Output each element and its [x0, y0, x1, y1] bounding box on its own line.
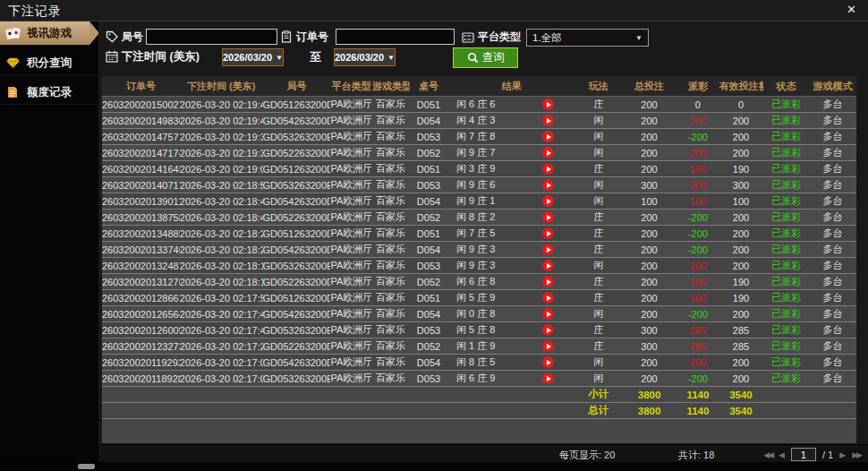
bottom-strip — [0, 462, 868, 471]
next-page-button[interactable]: ▶ — [839, 450, 846, 459]
last-page-button[interactable]: ▶▶ — [852, 450, 861, 459]
page-input[interactable] — [791, 448, 816, 461]
sidebar-item-points-query[interactable]: 积分查询 — [0, 51, 98, 75]
cell-payout: -200 — [677, 226, 719, 242]
column-header: 平台类型 — [330, 76, 371, 97]
column-header: 下注时间 (美东) — [180, 76, 263, 97]
replay-video-icon[interactable] — [542, 308, 554, 320]
cell-status: 已派彩 — [763, 355, 809, 371]
table-row: 2603200201387582026-03-20 02:18:46GD0522… — [102, 210, 856, 226]
cell-status: 已派彩 — [763, 322, 809, 338]
cell-play: 闲 — [575, 355, 621, 371]
cell-round: GD052263200DS — [263, 145, 331, 161]
cell-time: 2026-03-20 02:17:29 — [180, 338, 263, 355]
chevron-down-icon: ▼ — [276, 54, 283, 62]
chevron-down-icon: ▼ — [635, 34, 642, 42]
close-button[interactable]: ✕ — [847, 4, 856, 16]
cell-round: GD053263200EG — [263, 258, 331, 274]
cell-game: 百家乐 — [371, 177, 410, 193]
replay-video-icon[interactable] — [542, 179, 554, 191]
first-page-button[interactable]: ◀◀ — [763, 450, 772, 459]
cell-valid: 300 — [719, 177, 764, 193]
cell-game: 百家乐 — [371, 274, 410, 290]
result-text: 闲 9 庄 1 — [456, 194, 495, 208]
date-from-picker[interactable]: 2026/03/20▼ — [222, 48, 284, 66]
table-row: 2603200201260052026-03-20 02:17:42GD0532… — [102, 322, 856, 338]
replay-video-icon[interactable] — [542, 98, 554, 110]
replay-video-icon[interactable] — [542, 356, 554, 368]
cell-play: 闲 — [575, 193, 621, 210]
cell-bet: 200 — [621, 161, 677, 177]
cell-bet: 200 — [621, 371, 677, 387]
replay-video-icon[interactable] — [542, 147, 554, 158]
cell-bet: 200 — [621, 97, 677, 113]
cell-bet: 200 — [621, 306, 677, 322]
replay-video-icon[interactable] — [542, 163, 554, 175]
cell-round: GD051263200D3 — [263, 290, 331, 306]
cell-order: 260320020141645 — [102, 161, 180, 177]
cell-game: 百家乐 — [371, 371, 410, 387]
order-number-label: 订单号 — [296, 29, 328, 46]
cell-platform: PA欧洲厅 — [330, 161, 371, 177]
replay-video-icon[interactable] — [542, 211, 554, 223]
sidebar-item-label: 积分查询 — [27, 56, 72, 71]
table-row: 2603200201189282026-03-20 02:17:05GD0532… — [102, 371, 856, 387]
cell-table: D053 — [410, 177, 447, 193]
cell-round: GD053263200EE — [263, 371, 331, 387]
cell-game: 百家乐 — [371, 338, 410, 355]
cell-result: 闲 8 庄 2 — [447, 210, 575, 226]
replay-video-icon[interactable] — [542, 131, 554, 142]
replay-video-icon[interactable] — [542, 115, 554, 126]
cell-round: GD053263200EF — [263, 322, 331, 338]
table-row: 2603200201390112026-03-20 02:18:47GD0542… — [102, 193, 856, 210]
sidebar: 视讯游戏 积分查询 额度记录 — [0, 21, 98, 462]
replay-video-icon[interactable] — [542, 292, 554, 304]
replay-video-icon[interactable] — [542, 276, 554, 287]
replay-video-icon[interactable] — [542, 340, 554, 352]
order-number-input[interactable] — [336, 29, 455, 45]
cell-platform: PA欧洲厅 — [330, 226, 371, 242]
column-header: 订单号 — [102, 76, 180, 97]
cell-order: 260320020131276 — [102, 274, 180, 290]
cell-valid: 200 — [719, 355, 764, 371]
table-row: 2603200201475712026-03-20 02:19:34GD0532… — [102, 129, 856, 145]
replay-video-icon[interactable] — [542, 324, 554, 336]
replay-video-icon[interactable] — [542, 244, 554, 255]
cell-payout: 285 — [677, 322, 719, 338]
cell-bet: 200 — [621, 242, 677, 258]
cell-time: 2026-03-20 02:19:32 — [180, 145, 263, 161]
cell-time: 2026-03-20 02:17:08 — [180, 355, 263, 371]
cell-payout: 100 — [677, 193, 719, 210]
replay-video-icon[interactable] — [542, 373, 554, 384]
cell-mode: 多台 — [809, 177, 856, 193]
result-text: 闲 0 庄 8 — [456, 307, 495, 321]
date-to-picker[interactable]: 2026/03/20▼ — [334, 48, 396, 66]
cell-valid: 200 — [719, 306, 764, 322]
prev-page-button[interactable]: ◀ — [779, 450, 785, 459]
table-row: 2603200201312762026-03-20 02:18:11GD0522… — [102, 274, 856, 290]
replay-video-icon[interactable] — [542, 260, 554, 271]
main-panel: 局号 订单号 平台类型 1.全部 ▼ 下注时间 (美东) 2026/03/20▼… — [98, 21, 868, 462]
round-number-input[interactable] — [146, 29, 277, 45]
cell-bet: 200 — [621, 258, 677, 274]
result-text: 闲 9 庄 3 — [456, 259, 495, 272]
cell-bet: 200 — [621, 290, 677, 306]
sidebar-item-quota-records[interactable]: 额度记录 — [0, 81, 98, 105]
table-row: 2603200201286672026-03-20 02:17:56GD0512… — [102, 290, 856, 306]
sidebar-item-video-games[interactable]: 视讯游戏 — [0, 21, 89, 46]
replay-video-icon[interactable] — [542, 195, 554, 207]
cell-platform: PA欧洲厅 — [330, 177, 371, 193]
cell-time: 2026-03-20 02:19:34 — [180, 129, 263, 145]
cell-status: 已派彩 — [763, 226, 809, 242]
cell-table: D054 — [410, 355, 447, 371]
cell-platform: PA欧洲厅 — [330, 338, 371, 355]
query-button[interactable]: 查询 — [453, 47, 518, 68]
cell-mode: 多台 — [809, 290, 856, 306]
result-text: 闲 6 庄 6 — [456, 98, 495, 111]
replay-video-icon[interactable] — [542, 227, 554, 239]
cell-play: 闲 — [575, 113, 621, 129]
cell-result: 闲 9 庄 3 — [447, 258, 575, 274]
platform-type-select[interactable]: 1.全部 ▼ — [526, 29, 649, 47]
cell-valid: 200 — [719, 129, 764, 145]
cell-mode: 多台 — [809, 355, 856, 371]
